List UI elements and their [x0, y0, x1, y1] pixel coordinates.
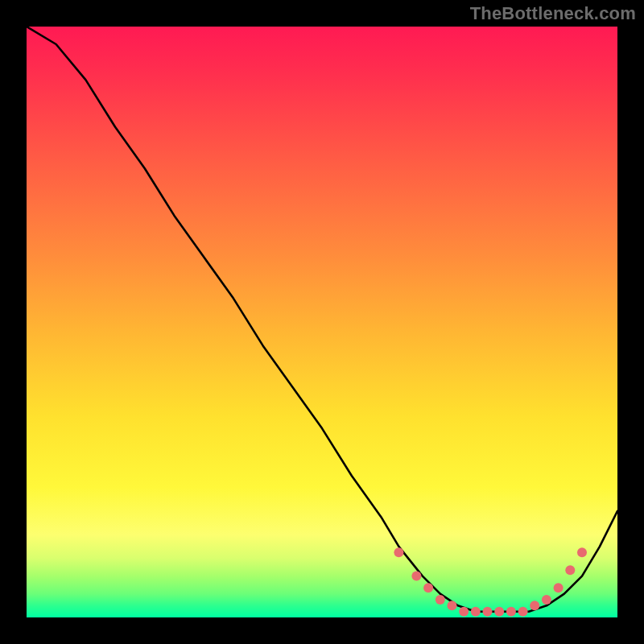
marker-dot	[565, 565, 575, 575]
marker-dot	[483, 607, 493, 617]
marker-dot	[506, 607, 516, 617]
marker-dot	[518, 607, 528, 617]
marker-dot	[554, 583, 564, 592]
marker-dot	[436, 595, 445, 605]
plot-area	[27, 27, 617, 617]
marker-dot	[423, 583, 433, 592]
marker-dot	[494, 607, 504, 617]
marker-dot	[459, 607, 469, 617]
marker-dot	[471, 607, 481, 617]
marker-dot	[530, 601, 539, 610]
marker-dot	[448, 601, 457, 610]
curve-layer	[27, 27, 617, 617]
marker-group	[394, 547, 587, 616]
bottleneck-curve	[27, 27, 617, 612]
chart-frame: TheBottleneck.com	[0, 0, 644, 644]
marker-dot	[577, 547, 587, 557]
marker-dot	[542, 595, 551, 605]
marker-dot	[394, 547, 403, 557]
watermark-text: TheBottleneck.com	[470, 3, 636, 24]
marker-dot	[411, 572, 421, 581]
